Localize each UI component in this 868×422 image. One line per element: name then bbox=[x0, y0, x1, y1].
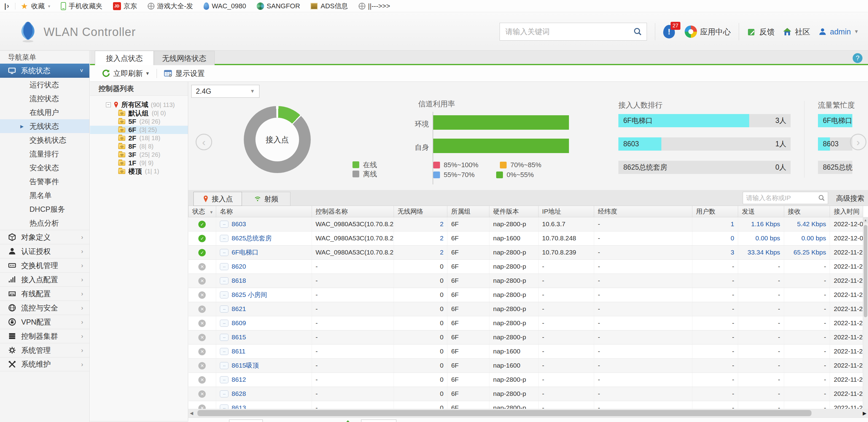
refresh-dropdown-caret[interactable]: ▼ bbox=[145, 71, 150, 76]
sidebar-subitem[interactable]: 热点分析 bbox=[0, 216, 89, 230]
display-settings-button[interactable]: 显示设置 bbox=[164, 68, 205, 78]
user-menu[interactable]: admin ▼ bbox=[818, 27, 859, 36]
sidebar-subitem[interactable]: DHCP服务 bbox=[0, 202, 89, 216]
bookmark-item[interactable]: 收藏 ▾ bbox=[20, 2, 50, 11]
sidebar-group[interactable]: 交换机管理 › bbox=[0, 258, 89, 272]
sidebar-group[interactable]: 系统管理 › bbox=[0, 343, 89, 357]
ap-name-link[interactable]: 8618 bbox=[231, 277, 246, 284]
chevron-down-icon[interactable]: ▾ bbox=[48, 4, 50, 9]
horizontal-scrollbar[interactable]: ◀ ▶ bbox=[188, 409, 868, 417]
bookmark-item[interactable]: 京东 ▾ bbox=[113, 2, 137, 11]
feedback-button[interactable]: 反馈 bbox=[747, 27, 775, 37]
band-select[interactable]: 2.4G ▼ bbox=[191, 85, 259, 98]
refresh-button[interactable]: 立即刷新 bbox=[102, 68, 143, 78]
col-controller[interactable]: 控制器名称 bbox=[312, 206, 394, 217]
table-row[interactable]: --8603 WAC_0980A53C(10.70.8.253) 2 6F na… bbox=[188, 217, 863, 231]
sort-caret-icon[interactable]: ▼ bbox=[209, 210, 213, 215]
sidebar-subitem[interactable]: 黑名单 bbox=[0, 189, 89, 202]
pager-refresh-icon[interactable] bbox=[344, 420, 351, 422]
table-row[interactable]: --8611 - 0 6F nap-1600 - - - - - bbox=[188, 344, 863, 358]
community-button[interactable]: 社区 bbox=[783, 27, 810, 37]
ap-name-link[interactable]: 8625总统套房 bbox=[231, 234, 272, 242]
app-center-button[interactable]: 应用中心 bbox=[685, 26, 731, 38]
tab-wireless-network-status[interactable]: 无线网络状态 bbox=[154, 51, 215, 65]
sidebar-subitem[interactable]: 安全状态 bbox=[0, 161, 89, 175]
scroll-up-arrow[interactable]: ▲ bbox=[863, 217, 868, 223]
table-row[interactable]: --8620 - 0 6F nap-2800-p - - - - - bbox=[188, 259, 863, 274]
tree-node[interactable]: 8F (8| 8) bbox=[90, 142, 188, 150]
table-row[interactable]: --8615 - 0 6F nap-2800-p - - - - - bbox=[188, 330, 863, 344]
col-hw[interactable]: 硬件版本 bbox=[489, 206, 538, 217]
ap-name-link[interactable]: 8625 小房间 bbox=[231, 291, 267, 298]
subtab-radio[interactable]: 射频 bbox=[242, 192, 290, 206]
col-status[interactable]: 状态▼ bbox=[188, 206, 216, 217]
ap-name-link[interactable]: 8621 bbox=[231, 306, 246, 313]
sidebar-group[interactable]: 有线配置 › bbox=[0, 286, 89, 301]
table-row[interactable]: --8621 - 0 6F nap-2800-p - - - - - bbox=[188, 302, 863, 316]
bookmark-item[interactable]: 游戏大全-发 ▾ bbox=[148, 2, 193, 11]
col-time[interactable]: 接入时间 bbox=[830, 206, 863, 217]
sidebar-subitem[interactable]: 无线状态 bbox=[0, 119, 89, 133]
col-group[interactable]: 所属组 bbox=[447, 206, 489, 217]
table-row[interactable]: --8625总统套房 WAC_0980A53C(10.70.8.253) 2 6… bbox=[188, 231, 863, 245]
tree-node[interactable]: 2F (18| 18) bbox=[90, 134, 188, 142]
tab-ap-status[interactable]: 接入点状态 bbox=[95, 51, 154, 65]
search-icon[interactable] bbox=[633, 27, 642, 36]
table-row[interactable]: --8615吸顶 - 0 6F nap-1600 - - - - - bbox=[188, 358, 863, 372]
tree-node[interactable]: 楼顶 (1| 1) bbox=[90, 167, 188, 175]
subtab-access-points[interactable]: 接入点 bbox=[193, 192, 242, 206]
ap-name-link[interactable]: 8628 bbox=[231, 390, 246, 397]
sidebar-group[interactable]: 认证授权 › bbox=[0, 244, 89, 258]
table-row[interactable]: --8612 - 0 6F nap-2800-p - - - - - bbox=[188, 372, 863, 387]
tree-collapse-icon[interactable]: − bbox=[106, 102, 111, 107]
ap-name-link[interactable]: 6F电梯口 bbox=[231, 249, 258, 256]
bookmark-item[interactable]: ADS信息 ▾ bbox=[310, 2, 348, 11]
table-search-input[interactable] bbox=[743, 194, 818, 202]
sidebar-group[interactable]: 控制器集群 › bbox=[0, 329, 89, 343]
vertical-scrollbar[interactable]: ▲ bbox=[863, 217, 868, 409]
page-input[interactable] bbox=[229, 420, 263, 422]
sidebar-group[interactable]: 流控与安全 › bbox=[0, 301, 89, 315]
col-rx[interactable]: 接收 bbox=[784, 206, 830, 217]
sidebar-group[interactable]: 系统维护 › bbox=[0, 357, 89, 371]
ap-name-link[interactable]: 8615吸顶 bbox=[231, 362, 259, 369]
bookmarks-toggle-icon[interactable]: |› bbox=[4, 2, 9, 10]
col-users[interactable]: 用户数 bbox=[692, 206, 738, 217]
sidebar-group[interactable]: 接入点配置 › bbox=[0, 272, 89, 286]
sidebar-group-system-status[interactable]: 系统状态 ˅ bbox=[0, 64, 89, 78]
sidebar-group[interactable]: 对象定义 › bbox=[0, 230, 89, 244]
table-row[interactable]: --8625 小房间 - 0 6F nap-2800-p - - - - - bbox=[188, 288, 863, 302]
sidebar-subitem[interactable]: 流量排行 bbox=[0, 147, 89, 161]
sidebar-subitem[interactable]: 流控状态 bbox=[0, 92, 89, 106]
sidebar-group[interactable]: VPN配置 › bbox=[0, 315, 89, 329]
advanced-search-link[interactable]: 高级搜索 bbox=[836, 194, 864, 203]
tree-node[interactable]: 3F (25| 26) bbox=[90, 150, 188, 159]
tree-node[interactable]: 6F (3| 25) bbox=[90, 126, 188, 134]
scroll-left-arrow[interactable]: ◀ bbox=[188, 411, 195, 416]
sidebar-subitem[interactable]: 告警事件 bbox=[0, 175, 89, 189]
col-gps[interactable]: 经纬度 bbox=[594, 206, 692, 217]
notification-icon[interactable]: ! 27 bbox=[663, 25, 677, 38]
ap-name-link[interactable]: 8612 bbox=[231, 376, 246, 383]
col-wlan[interactable]: 无线网络 bbox=[394, 206, 447, 217]
sidebar-subitem[interactable]: 交换机状态 bbox=[0, 133, 89, 147]
horizontal-scroll-thumb[interactable] bbox=[197, 410, 811, 416]
bookmark-item[interactable]: WAC_0980 ▾ bbox=[204, 2, 246, 10]
col-tx[interactable]: 发送 bbox=[738, 206, 784, 217]
col-name[interactable]: 名称 bbox=[216, 206, 312, 217]
carousel-next-button[interactable]: › bbox=[850, 134, 866, 150]
ap-name-link[interactable]: 8603 bbox=[231, 221, 246, 228]
tree-node[interactable]: 5F (26| 26) bbox=[90, 117, 188, 126]
ap-name-link[interactable]: 8615 bbox=[231, 334, 246, 341]
bookmark-item[interactable]: 手机收藏夹 ▾ bbox=[61, 2, 102, 11]
global-search-input[interactable] bbox=[500, 27, 633, 36]
table-row[interactable]: --6F电梯口 WAC_0980A53C(10.70.8.253) 2 6F n… bbox=[188, 245, 863, 259]
ap-name-link[interactable]: 8611 bbox=[231, 348, 245, 355]
carousel-prev-button[interactable]: ‹ bbox=[195, 134, 212, 150]
table-row[interactable]: --8628 - 0 6F nap-2800-p - - - - - bbox=[188, 387, 863, 401]
table-row[interactable]: --8618 - 0 6F nap-2800-p - - - - - bbox=[188, 274, 863, 288]
bookmark-item[interactable]: SANGFOR ▾ bbox=[257, 2, 300, 10]
vertical-scroll-thumb[interactable] bbox=[864, 225, 867, 317]
sidebar-subitem[interactable]: 运行状态 bbox=[0, 78, 89, 92]
help-icon[interactable] bbox=[852, 53, 863, 63]
